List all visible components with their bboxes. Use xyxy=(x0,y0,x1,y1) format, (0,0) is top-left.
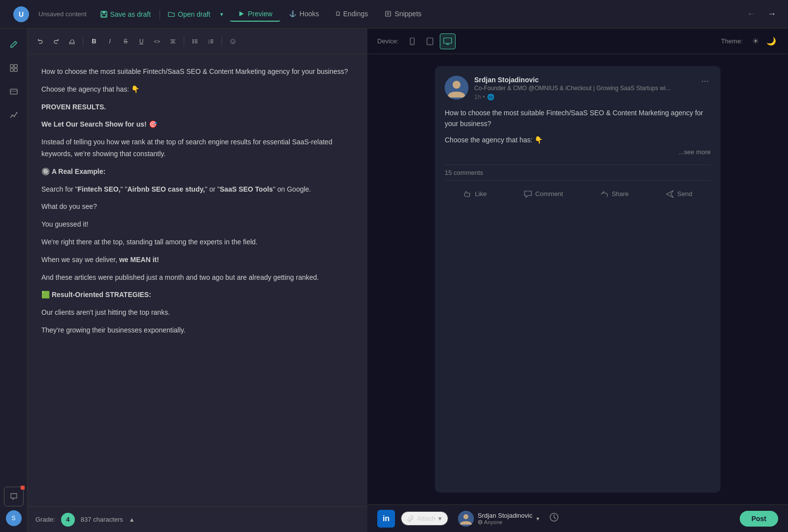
italic-button[interactable]: I xyxy=(103,34,117,48)
share-button[interactable]: Share xyxy=(594,187,635,201)
svg-rect-4 xyxy=(102,14,106,17)
comment-icon xyxy=(524,190,532,199)
emoji-button[interactable]: ☺ xyxy=(226,34,240,48)
user-avatar[interactable]: S xyxy=(6,510,22,526)
theme-icons: ☀ 🌙 xyxy=(749,34,778,48)
snippets-icon xyxy=(385,10,392,17)
align-button[interactable] xyxy=(166,34,180,48)
see-more-link[interactable]: ...see more xyxy=(445,147,711,158)
post-author-title: Co-Founder & CMO @OMNIUS & iCheckout | G… xyxy=(474,85,670,92)
toolbar-sep-2 xyxy=(184,36,184,46)
author-dropdown-button[interactable]: ▾ xyxy=(536,515,539,522)
sidebar-item-chat[interactable] xyxy=(4,487,24,506)
layers-icon xyxy=(9,87,18,96)
device-tablet-button[interactable] xyxy=(422,33,438,49)
tab-hooks[interactable]: ⚓ Hooks xyxy=(281,7,327,22)
svg-rect-11 xyxy=(14,65,17,67)
like-label: Like xyxy=(475,190,487,198)
main-container: S xyxy=(0,29,788,532)
logo-area: U xyxy=(8,6,34,22)
grade-label: Grade: xyxy=(35,516,55,523)
like-button[interactable]: Like xyxy=(457,187,492,201)
send-icon xyxy=(665,190,674,199)
share-icon xyxy=(600,190,609,199)
eraser-icon xyxy=(68,38,75,45)
theme-label: Theme: xyxy=(721,37,743,45)
author-audience-sm: Anyone xyxy=(478,519,532,525)
svg-point-44 xyxy=(453,81,460,89)
svg-point-24 xyxy=(193,39,194,40)
save-draft-button[interactable]: Save as draft xyxy=(95,7,157,21)
tab-snippets[interactable]: Snippets xyxy=(377,7,429,22)
bold-button[interactable]: B xyxy=(87,34,101,48)
bottom-bar: in Attach ▾ Srdjan Stojadinovic xyxy=(367,504,788,532)
editor-content[interactable]: How to choose the most suitable Fintech/… xyxy=(28,54,367,506)
redo-button[interactable] xyxy=(49,34,63,48)
char-count: 837 characters xyxy=(81,516,123,523)
nav-back-arrow[interactable]: ← xyxy=(743,7,759,21)
tablet-icon xyxy=(426,37,434,45)
numbered-list-button[interactable]: 1. 2. 3. xyxy=(204,34,218,48)
sidebar-item-edit[interactable] xyxy=(4,34,24,54)
comment-button[interactable]: Comment xyxy=(518,187,569,201)
code-button[interactable]: <> xyxy=(150,34,164,48)
unsaved-label: Unsaved content xyxy=(38,10,87,18)
theme-dark-button[interactable]: 🌙 xyxy=(764,34,778,48)
editor-para-5: Instead of telling you how we rank at th… xyxy=(41,136,354,160)
bullet-list-button[interactable] xyxy=(188,34,202,48)
linkedin-card: Srdjan Stojadinovic Co-Founder & CMO @OM… xyxy=(435,66,721,493)
author-sm-avatar-image xyxy=(458,511,474,527)
align-icon xyxy=(169,38,176,45)
post-text-line2: Choose the agency that has: 👇 xyxy=(445,134,711,145)
underline-button[interactable]: U xyxy=(134,34,148,48)
tab-endings-label: Endings xyxy=(343,10,368,18)
author-select: Srdjan Stojadinovic Anyone ▾ xyxy=(458,511,539,527)
send-button[interactable]: Send xyxy=(659,187,698,201)
post-actions: Like Comment Share xyxy=(445,185,711,201)
open-draft-label: Open draft xyxy=(178,10,210,18)
toolbar-sep-3 xyxy=(222,36,222,46)
sidebar-item-dashboard[interactable] xyxy=(4,58,24,78)
post-more-button[interactable]: ··· xyxy=(699,76,711,86)
theme-light-button[interactable]: ☀ xyxy=(749,34,762,48)
globe-sm-icon xyxy=(478,520,483,525)
editor-toolbar: B I S U <> xyxy=(28,29,367,54)
comment-label: Comment xyxy=(535,190,563,198)
clock-icon xyxy=(549,512,559,522)
device-desktop-button[interactable] xyxy=(440,33,456,49)
sidebar-item-chart[interactable] xyxy=(4,105,24,125)
tab-preview[interactable]: Preview xyxy=(230,7,280,22)
preview-content: Srdjan Stojadinovic Co-Founder & CMO @OM… xyxy=(367,54,788,504)
expand-arrow[interactable]: ▲ xyxy=(129,516,135,523)
editor-para-9: You guessed it! xyxy=(41,219,354,231)
svg-point-25 xyxy=(193,40,194,41)
tab-snippets-label: Snippets xyxy=(394,10,421,18)
editor-para-8: What do you see? xyxy=(41,201,354,213)
header-actions: Save as draft Open draft ▾ xyxy=(95,7,227,21)
tab-hooks-label: Hooks xyxy=(299,10,319,18)
schedule-timer-button[interactable] xyxy=(549,512,559,525)
post-button[interactable]: Post xyxy=(740,511,778,527)
chat-badge xyxy=(21,486,25,490)
tab-endings[interactable]: Ω Endings xyxy=(328,7,376,22)
device-mobile-button[interactable] xyxy=(404,33,420,49)
send-label: Send xyxy=(677,190,692,198)
svg-text:3.: 3. xyxy=(208,41,210,44)
strikethrough-button[interactable]: S xyxy=(119,34,132,48)
attach-button[interactable]: Attach ▾ xyxy=(401,511,448,526)
draft-dropdown-arrow[interactable]: ▾ xyxy=(217,8,226,21)
chat-icon xyxy=(10,493,18,500)
post-meta: 1h • 🌐 xyxy=(474,94,670,100)
open-draft-button[interactable]: Open draft xyxy=(163,7,215,21)
attach-dropdown: ▾ xyxy=(438,515,442,522)
sidebar-item-layers[interactable] xyxy=(4,82,24,101)
desktop-icon xyxy=(443,37,452,45)
preview-icon xyxy=(238,10,245,17)
post-author-name: Srdjan Stojadinovic xyxy=(474,76,670,84)
eraser-button[interactable] xyxy=(65,34,79,48)
nav-forward-arrow[interactable]: → xyxy=(763,7,780,21)
globe-icon: 🌐 xyxy=(487,94,494,100)
svg-point-39 xyxy=(430,43,431,44)
grade-badge: 4 xyxy=(61,513,75,527)
undo-button[interactable] xyxy=(33,34,47,48)
